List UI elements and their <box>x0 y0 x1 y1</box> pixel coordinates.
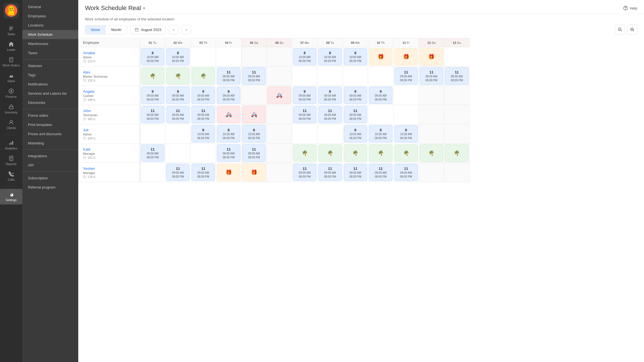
shift-cell-5-6[interactable]: 🌴 <box>292 144 318 163</box>
shift-cell-6-7[interactable]: 11 09:00 AM 08:00 PM <box>317 163 343 182</box>
shift-cell-0-8[interactable]: 8 10:00 AM 06:00 PM <box>343 47 368 66</box>
shift-cell-5-3[interactable]: 11 09:00 AM 08:00 PM <box>216 144 242 163</box>
nav-calls[interactable]: Calls <box>0 168 22 184</box>
shift-cell-4-7[interactable] <box>317 124 343 144</box>
shift-cell-4-2[interactable]: 8 10:00 AM 06:00 PM <box>191 124 216 144</box>
shift-cell-3-2[interactable]: 11 09:00 AM 08:00 PM <box>191 105 216 124</box>
app-logo[interactable] <box>3 3 19 18</box>
shift-cell-1-9[interactable] <box>368 66 394 86</box>
shift-cell-5-7[interactable]: 🌴 <box>317 144 343 163</box>
shift-cell-3-8[interactable]: 11 09:00 AM 08:00 PM <box>343 105 368 124</box>
shift-cell-2-3[interactable]: 9 09:00 AM 06:00 PM <box>216 86 242 105</box>
shift-cell-1-2[interactable]: 🌴 <box>191 66 216 86</box>
shift-cell-4-4[interactable]: 8 10:00 AM 06:00 PM <box>241 124 267 144</box>
shift-cell-1-0[interactable]: 🌴 <box>140 66 165 86</box>
shift-cell-3-1[interactable]: 11 09:00 AM 08:00 PM <box>165 105 191 124</box>
shift-cell-0-5[interactable] <box>267 47 292 66</box>
month-view-button[interactable]: Month <box>106 25 127 34</box>
shift-cell-6-6[interactable]: 11 09:00 AM 08:00 PM <box>292 163 318 182</box>
employee-name[interactable]: John <box>83 109 135 113</box>
shift-cell-5-12[interactable]: 🌴 <box>444 144 470 163</box>
shift-cell-1-12[interactable]: 11 09:00 AM 08:00 PM <box>444 66 470 86</box>
nav-analytics[interactable]: Analytics <box>0 137 22 153</box>
shift-cell-5-5[interactable] <box>267 144 292 163</box>
shift-cell-0-3[interactable] <box>216 47 242 66</box>
submenu-services-labors[interactable]: Services and Labors list <box>22 89 78 98</box>
submenu-employees[interactable]: Employees <box>22 11 78 21</box>
shift-cell-3-11[interactable] <box>419 105 444 124</box>
employee-name[interactable]: Yevhen <box>83 166 135 171</box>
shift-cell-6-11[interactable] <box>419 163 444 182</box>
employee-name[interactable]: Amaliia <box>83 51 135 55</box>
shift-cell-6-2[interactable]: 11 09:00 AM 08:00 PM <box>191 163 216 182</box>
submenu-tags[interactable]: Tags <box>22 70 78 80</box>
submenu-prices-discounts[interactable]: Prices and discounts <box>22 129 78 139</box>
nav-work-orders[interactable]: Work Orders <box>0 54 22 70</box>
shift-cell-1-4[interactable]: 11 09:00 AM 08:00 PM <box>241 66 267 86</box>
nav-tasks[interactable]: Tasks <box>0 23 22 39</box>
submenu-print-templates[interactable]: Print templates <box>22 120 78 129</box>
shift-cell-2-8[interactable]: 9 09:00 AM 06:00 PM <box>343 86 368 105</box>
shift-cell-0-4[interactable] <box>241 47 267 66</box>
shift-cell-2-9[interactable]: 9 09:00 AM 06:00 PM <box>368 86 394 105</box>
shift-cell-4-11[interactable] <box>419 124 444 144</box>
shift-cell-3-5[interactable] <box>267 105 292 124</box>
shift-cell-2-7[interactable]: 9 09:00 AM 06:00 PM <box>317 86 343 105</box>
shift-cell-5-8[interactable]: 🌴 <box>343 144 368 163</box>
prev-period-button[interactable]: ‹ <box>169 25 178 34</box>
shift-cell-2-11[interactable] <box>419 86 444 105</box>
shift-cell-3-3[interactable]: 🚑 <box>216 105 242 124</box>
submenu-statuses[interactable]: Statuses <box>22 61 78 70</box>
shift-cell-4-0[interactable] <box>140 124 165 144</box>
shift-cell-4-3[interactable]: 8 10:00 AM 06:00 PM <box>216 124 242 144</box>
shift-cell-5-4[interactable]: 11 09:00 AM 08:00 PM <box>241 144 267 163</box>
week-view-button[interactable]: Week <box>85 25 106 34</box>
shift-cell-2-6[interactable]: 9 09:00 AM 06:00 PM <box>292 86 318 105</box>
shift-cell-6-0[interactable] <box>140 163 165 182</box>
shift-cell-3-9[interactable] <box>368 105 394 124</box>
help-button[interactable]: Help <box>623 6 637 11</box>
submenu-general[interactable]: General <box>22 2 78 11</box>
shift-cell-6-4[interactable]: 🎁 <box>241 163 267 182</box>
shift-cell-4-10[interactable]: 8 10:00 AM 06:00 PM <box>393 124 419 144</box>
shift-cell-1-7[interactable] <box>317 66 343 86</box>
shift-cell-0-7[interactable]: 8 10:00 AM 06:00 PM <box>317 47 343 66</box>
shift-cell-2-12[interactable] <box>444 86 470 105</box>
shift-cell-0-10[interactable]: 🎁 <box>393 47 419 66</box>
submenu-marketing[interactable]: Marketing <box>22 139 78 148</box>
shift-cell-3-12[interactable] <box>444 105 470 124</box>
submenu-subscription[interactable]: Subscription <box>22 173 78 183</box>
shift-cell-5-9[interactable]: 🌴 <box>368 144 394 163</box>
shift-cell-1-10[interactable]: 11 09:00 AM 08:00 PM <box>393 66 419 86</box>
shift-cell-4-5[interactable] <box>267 124 292 144</box>
submenu-integrations[interactable]: Integrations <box>22 151 78 161</box>
shift-cell-2-1[interactable]: 9 09:00 AM 06:00 PM <box>165 86 191 105</box>
schedule-container[interactable]: Employee01 Tu02 We03 Th04 Fr05 Sa06 Su07… <box>78 38 644 362</box>
nav-sales[interactable]: Sales <box>0 70 22 85</box>
date-picker[interactable]: August 2023 <box>131 25 165 34</box>
employee-name[interactable]: Angela <box>83 89 135 94</box>
shift-cell-6-12[interactable] <box>444 163 470 182</box>
submenu-api[interactable]: API <box>22 161 78 170</box>
nav-reports[interactable]: Reports <box>0 153 22 168</box>
shift-cell-6-9[interactable]: 11 09:00 AM 08:00 PM <box>368 163 394 182</box>
shift-cell-3-6[interactable]: 11 09:00 AM 08:00 PM <box>292 105 318 124</box>
shift-cell-5-10[interactable]: 🌴 <box>393 144 419 163</box>
shift-cell-3-0[interactable]: 11 09:00 AM 08:00 PM <box>140 105 165 124</box>
shift-cell-6-10[interactable]: 11 09:00 AM 08:00 PM <box>393 163 419 182</box>
shift-cell-4-8[interactable]: 8 10:00 AM 06:00 PM <box>343 124 368 144</box>
shift-cell-2-10[interactable] <box>393 86 419 105</box>
nav-leads[interactable]: Leads <box>0 39 22 54</box>
submenu-notifications[interactable]: Notifications <box>22 80 78 89</box>
title-dropdown[interactable]: ▾ <box>143 6 145 10</box>
shift-cell-6-3[interactable]: 🎁 <box>216 163 242 182</box>
shift-cell-1-1[interactable]: 🌴 <box>165 66 191 86</box>
submenu-referral[interactable]: Referral program <box>22 183 78 192</box>
shift-cell-1-11[interactable]: 11 09:00 AM 08:00 PM <box>419 66 444 86</box>
shift-cell-5-1[interactable] <box>165 144 191 163</box>
submenu-locations[interactable]: Locations <box>22 21 78 30</box>
shift-cell-3-10[interactable] <box>393 105 419 124</box>
zoom-out-button[interactable] <box>615 25 625 35</box>
submenu-directories[interactable]: Directories <box>22 98 78 107</box>
submenu-work-schedule[interactable]: Work Schedule <box>22 30 78 39</box>
